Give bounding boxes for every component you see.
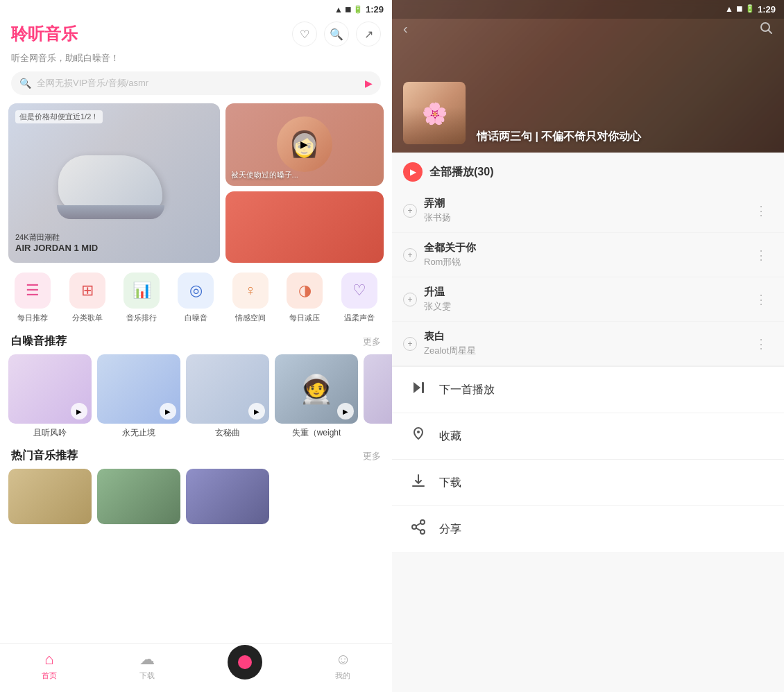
- search-bar[interactable]: 🔍 全网无损VIP音乐/音频/asmr ▶: [11, 71, 381, 95]
- song-info-1: 弄潮 张书扬: [424, 197, 742, 224]
- song-more-2[interactable]: ⋮: [749, 245, 773, 266]
- favorite-button[interactable]: ♡: [292, 21, 317, 46]
- white-noise-section-header: 白噪音推荐 更多: [0, 331, 392, 354]
- share-button[interactable]: ↗: [356, 21, 381, 46]
- svg-line-7: [416, 528, 421, 531]
- banner-area: 但是价格却便宜近1/2！ 24K莆田潮鞋 AIR JORDAN 1 MID 👩 …: [8, 103, 384, 263]
- song-artist-3: 张义雯: [424, 300, 742, 313]
- cat-classified[interactable]: ⊞ 分类歌单: [69, 273, 105, 323]
- noise-thumb-4: ▶: [275, 354, 358, 424]
- cat-daily-recommend[interactable]: ☰ 每日推荐: [15, 273, 51, 323]
- nav-profile-label: 我的: [335, 671, 350, 681]
- home-icon: ⌂: [44, 650, 53, 668]
- now-playing-header: ‹ 🌸 情话两三句 | 不偏不倚只对你动心: [392, 0, 784, 153]
- song-more-4[interactable]: ⋮: [749, 334, 773, 354]
- white-noise-more[interactable]: 更多: [363, 336, 381, 348]
- song-item-2[interactable]: + 全都关于你 Rom邢锐 ⋮: [392, 233, 784, 277]
- cat-icon-relax: ◑: [287, 273, 323, 309]
- download-icon-menu: [409, 472, 428, 493]
- status-icons-left: ▲ ◼ 🔋: [334, 5, 363, 15]
- svg-point-6: [420, 530, 425, 534]
- banner-label-main: AIR JORDAN 1 MID: [15, 243, 98, 253]
- app-title: 聆听音乐: [11, 23, 78, 45]
- banner-card-3[interactable]: [225, 191, 384, 263]
- signal-icon-right: ◼: [736, 4, 742, 15]
- cat-icon-rank: 📊: [123, 273, 160, 309]
- album-flowers: 🌸: [422, 101, 448, 126]
- song-title-1: 弄潮: [424, 197, 742, 210]
- status-bar-right: ▲ ◼ 🔋 1:29: [392, 0, 784, 19]
- nav-download[interactable]: ☁ 下载: [98, 650, 196, 681]
- nav-home[interactable]: ⌂ 首页: [0, 650, 98, 681]
- hot-card-1[interactable]: [8, 469, 92, 524]
- noise-play-1[interactable]: ▶: [71, 403, 87, 419]
- wifi-icon-right: ▲: [725, 4, 733, 15]
- noise-card-3[interactable]: ▶ 玄秘曲: [186, 354, 269, 439]
- song-item-3[interactable]: + 升温 张义雯 ⋮: [392, 277, 784, 322]
- search-button[interactable]: 🔍: [324, 21, 349, 46]
- cat-emotion[interactable]: ♀ 情感空间: [232, 273, 269, 323]
- cat-label-gentle: 温柔声音: [344, 313, 375, 323]
- menu-download[interactable]: 下载: [392, 460, 784, 506]
- play-center-button[interactable]: [228, 645, 262, 680]
- song-title-2: 全都关于你: [424, 241, 742, 254]
- song-more-1[interactable]: ⋮: [749, 200, 773, 221]
- noise-label-2: 永无止境: [97, 427, 180, 439]
- nav-download-label: 下载: [139, 671, 155, 681]
- signal-icon: ◼: [345, 5, 351, 14]
- banner-card-2[interactable]: 👩 ▶ 被天使吻过的嗓子...: [225, 103, 384, 186]
- cat-label-relax: 每日减压: [289, 313, 320, 323]
- song-add-2[interactable]: +: [403, 248, 417, 262]
- noise-thumb-5: ▶: [364, 354, 392, 424]
- search-placeholder: 全网无损VIP音乐/音频/asmr: [37, 77, 359, 89]
- playlist-title: 全部播放(30): [429, 165, 493, 180]
- status-bar-left: ▲ ◼ 🔋 1:29: [0, 0, 392, 19]
- nav-profile[interactable]: ☺ 我的: [294, 650, 392, 681]
- noise-thumb-2: ▶: [97, 354, 180, 424]
- noise-card-1[interactable]: ▶ 且听风吟: [8, 354, 92, 439]
- noise-card-5[interactable]: ▶: [364, 354, 392, 439]
- noise-play-3[interactable]: ▶: [248, 403, 265, 419]
- banner-card-2-label: 被天使吻过的嗓子...: [231, 170, 378, 180]
- song-item-1[interactable]: + 弄潮 张书扬 ⋮: [392, 189, 784, 233]
- battery-icon: 🔋: [353, 5, 363, 14]
- cat-label-rank: 音乐排行: [126, 313, 157, 323]
- song-add-1[interactable]: +: [403, 204, 417, 218]
- svg-point-5: [412, 525, 416, 529]
- song-artist-2: Rom邢锐: [424, 256, 742, 268]
- hot-card-3[interactable]: [186, 469, 269, 524]
- cat-music-rank[interactable]: 📊 音乐排行: [123, 273, 160, 323]
- song-add-3[interactable]: +: [403, 293, 417, 306]
- cat-relax[interactable]: ◑ 每日减压: [287, 273, 323, 323]
- hot-card-2[interactable]: [97, 469, 180, 524]
- cat-gentle[interactable]: ♡ 温柔声音: [341, 273, 377, 323]
- hot-music-row: [0, 469, 392, 573]
- menu-download-label: 下载: [439, 476, 461, 490]
- menu-favorite[interactable]: 收藏: [392, 413, 784, 460]
- menu-share[interactable]: 分享: [392, 506, 784, 552]
- cat-label-classified: 分类歌单: [72, 313, 103, 323]
- noise-play-2[interactable]: ▶: [160, 403, 176, 419]
- nav-play-button[interactable]: [196, 652, 294, 680]
- banner-main[interactable]: 但是价格却便宜近1/2！ 24K莆田潮鞋 AIR JORDAN 1 MID: [8, 103, 220, 263]
- hot-music-title: 热门音乐推荐: [11, 449, 78, 463]
- noise-card-4[interactable]: ▶ 失重（weight: [275, 354, 358, 439]
- playlist-header: ▶ 全部播放(30): [392, 153, 784, 189]
- song-more-3[interactable]: ⋮: [749, 289, 773, 310]
- svg-point-4: [420, 520, 425, 524]
- cat-label-daily: 每日推荐: [17, 313, 48, 323]
- menu-next-play[interactable]: 下一首播放: [392, 367, 784, 413]
- noise-card-2[interactable]: ▶ 永无止境: [97, 354, 180, 439]
- song-title-4: 表白: [424, 330, 742, 343]
- play-all-button[interactable]: ▶: [403, 162, 423, 182]
- play-inner-circle: [238, 655, 252, 669]
- white-noise-title: 白噪音推荐: [11, 334, 67, 349]
- noise-play-4[interactable]: ▶: [337, 403, 354, 419]
- song-title-3: 升温: [424, 286, 742, 299]
- cat-white-noise[interactable]: ◎ 白噪音: [178, 273, 214, 323]
- next-play-icon: [409, 379, 428, 400]
- song-add-4[interactable]: +: [403, 337, 417, 351]
- play-overlay-2[interactable]: ▶: [293, 133, 316, 155]
- hot-music-more[interactable]: 更多: [363, 450, 381, 462]
- song-item-4[interactable]: + 表白 Zealot周星星 ⋮: [392, 322, 784, 366]
